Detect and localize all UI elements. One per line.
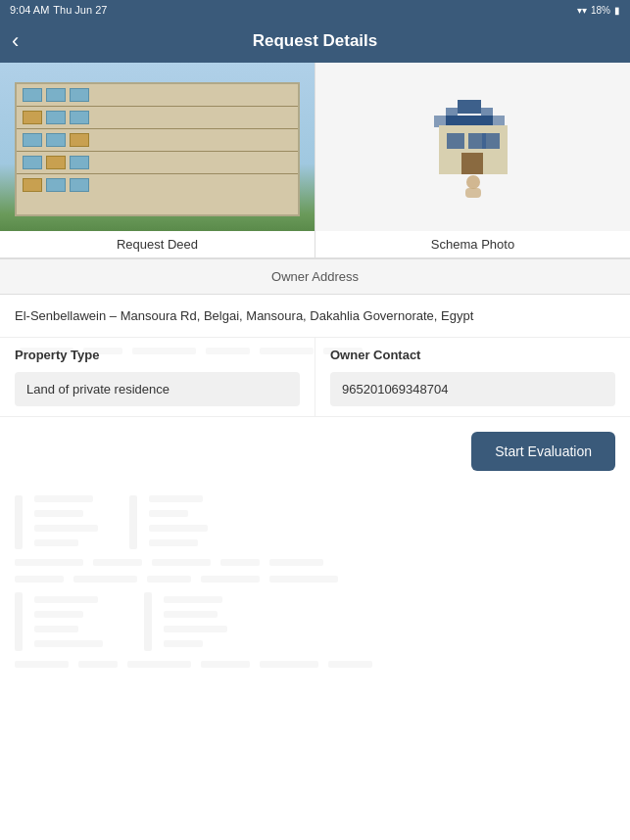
svg-point-12 (466, 175, 480, 189)
owner-address-header: Owner Address (0, 258, 630, 295)
images-section: Request Deed (0, 63, 630, 258)
schema-photo-label: Schema Photo (431, 231, 514, 257)
schema-photo-image (315, 63, 630, 231)
property-type-label: Property Type (15, 348, 300, 362)
battery-icon: ▮ (614, 5, 620, 16)
owner-contact-value: 965201069348704 (330, 372, 615, 406)
house-icon (414, 86, 532, 208)
svg-rect-10 (482, 133, 500, 149)
owner-contact-col: Owner Contact 965201069348704 (315, 338, 630, 416)
page-title: Request Details (253, 31, 378, 51)
time: 9:04 AM (10, 4, 49, 16)
date: Thu Jun 27 (53, 4, 107, 16)
status-bar-right: ▾▾ 18% ▮ (577, 5, 620, 16)
back-chevron-icon: ‹ (12, 28, 19, 54)
property-type-value: Land of private residence (15, 372, 300, 406)
svg-rect-2 (458, 100, 469, 114)
building-structure (15, 82, 300, 216)
svg-rect-13 (465, 188, 481, 198)
svg-rect-3 (469, 100, 481, 114)
main-content: Request Deed (0, 63, 630, 840)
button-area: Start Evaluation (0, 417, 630, 486)
svg-rect-8 (447, 133, 464, 149)
status-bar: 9:04 AM Thu Jun 27 ▾▾ 18% ▮ (0, 0, 630, 20)
back-button[interactable]: ‹ (12, 28, 19, 54)
request-deed-container: Request Deed (0, 63, 315, 257)
owner-address-value: El-Senbellawein – Mansoura Rd, Belgai, M… (0, 295, 630, 338)
status-bar-left: 9:04 AM Thu Jun 27 (10, 4, 107, 16)
nav-bar: ‹ Request Details (0, 20, 630, 63)
building-photo (0, 63, 315, 231)
svg-rect-6 (446, 116, 493, 125)
schema-icon-wrapper (315, 63, 630, 231)
schema-photo-container: Schema Photo (315, 63, 630, 257)
watermark-area (0, 486, 630, 677)
request-deed-label: Request Deed (117, 231, 198, 257)
owner-contact-label: Owner Contact (330, 348, 615, 362)
property-type-col: Property Type Land of private residence (0, 338, 315, 416)
battery-text: 18% (591, 5, 610, 16)
property-info-section: Property Type Land of private residence … (0, 338, 630, 417)
svg-rect-11 (461, 153, 483, 174)
request-deed-image (0, 63, 315, 231)
wifi-icon: ▾▾ (577, 5, 587, 16)
start-evaluation-button[interactable]: Start Evaluation (471, 432, 615, 471)
